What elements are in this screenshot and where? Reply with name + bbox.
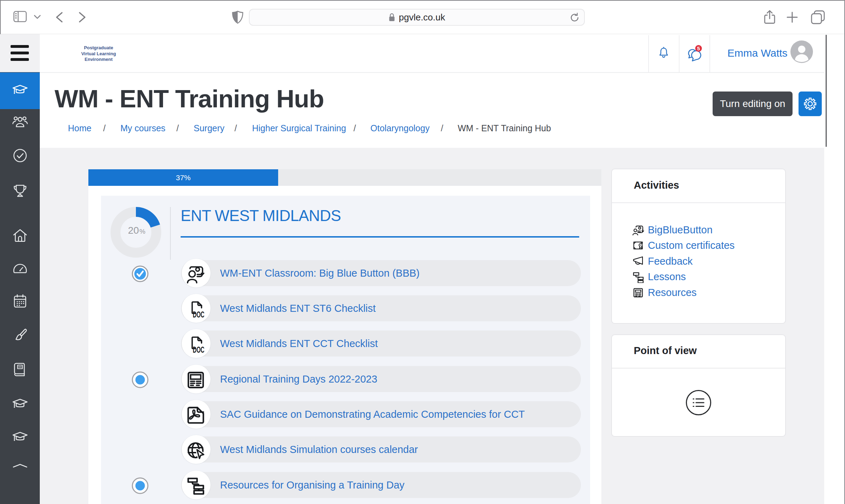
svg-text:20: 20 [128,225,139,236]
svg-text:DOC: DOC [193,310,205,319]
svg-text:DOC: DOC [193,345,205,354]
svg-text:5: 5 [697,45,700,51]
svg-text:%: % [139,228,145,235]
